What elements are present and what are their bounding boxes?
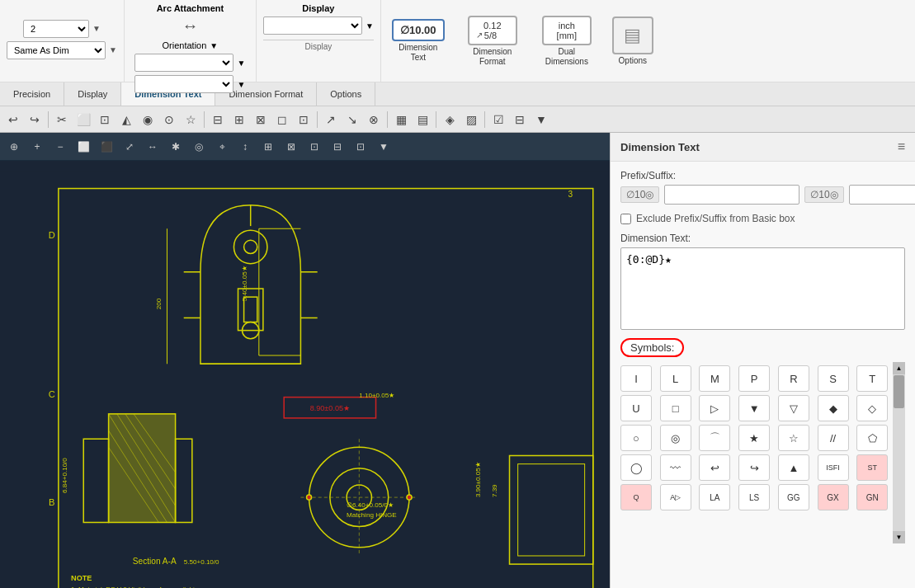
scroll-down-btn[interactable]: ▼ <box>893 531 905 543</box>
view-btn-rotate[interactable]: ↔ <box>142 136 163 158</box>
view-btn-sym4[interactable]: ↕ <box>234 136 256 158</box>
toolbar-btn10[interactable]: ⊠ <box>251 110 271 129</box>
options-btn[interactable]: ▤ Options <box>604 0 662 82</box>
toolbar-btn6[interactable]: ⊙ <box>159 110 179 129</box>
exclude-checkbox[interactable] <box>620 214 631 224</box>
sym-A-tri[interactable]: A▷ <box>660 484 691 510</box>
view-btn-sym3[interactable]: ⌖ <box>211 136 233 158</box>
sym-ST[interactable]: ST <box>856 454 888 481</box>
sym-curve-right[interactable]: ↪ <box>738 454 770 481</box>
sym-square[interactable]: □ <box>660 395 691 421</box>
toolbar-btn4[interactable]: ◭ <box>116 110 136 129</box>
toolbar-btn11[interactable]: ◻ <box>272 110 292 129</box>
sym-triangle-down-open[interactable]: ▽ <box>778 395 809 421</box>
sym-GX[interactable]: GX <box>818 484 849 510</box>
sym-triangle-right[interactable]: ▷ <box>699 395 730 421</box>
sym-L[interactable]: L <box>660 365 691 392</box>
scroll-up-btn[interactable]: ▲ <box>893 362 905 374</box>
sym-ISFI[interactable]: ISFI <box>818 454 849 481</box>
arc-dropdown2[interactable] <box>134 75 233 93</box>
sym-R[interactable]: R <box>778 365 809 392</box>
view-btn-zoom-out[interactable]: − <box>50 136 71 158</box>
panel-scrollbar[interactable]: ▲ ▼ <box>893 362 905 543</box>
tab-precision[interactable]: Precision <box>0 82 64 106</box>
sym-pentagon[interactable]: ⬠ <box>856 425 888 451</box>
toolbar-btn15[interactable]: ⊗ <box>364 110 384 129</box>
display-dropdown[interactable] <box>263 16 362 35</box>
view-btn-box[interactable]: ⬜ <box>73 136 94 158</box>
sym-diamond-open[interactable]: ◇ <box>856 395 888 421</box>
toolbar-btn17[interactable]: ▤ <box>413 110 432 129</box>
sym-diamond-filled[interactable]: ◆ <box>818 395 849 421</box>
toolbar-btn18[interactable]: ◈ <box>440 110 460 129</box>
sym-star-filled[interactable]: ★ <box>738 425 770 451</box>
toolbar-redo[interactable]: ↪ <box>25 110 45 129</box>
sym-Q[interactable]: Q <box>620 484 652 510</box>
toolbar-btn7[interactable]: ☆ <box>181 110 200 129</box>
view-btn-sym1[interactable]: ✱ <box>165 136 186 158</box>
sym-T[interactable]: T <box>856 365 888 392</box>
toolbar-btn8[interactable]: ⊟ <box>208 110 228 129</box>
toolbar-dropdown[interactable]: ▼ <box>531 110 551 129</box>
toolbar-btn3[interactable]: ⊡ <box>95 110 115 129</box>
toolbar-btn19[interactable]: ▨ <box>461 110 481 129</box>
toolbar-btn2[interactable]: ⬜ <box>73 110 93 129</box>
sym-LS[interactable]: LS <box>738 484 770 510</box>
sym-S[interactable]: S <box>818 365 849 392</box>
sym-triangle-down[interactable]: ▼ <box>738 395 770 421</box>
sym-bump[interactable]: ▲ <box>778 454 809 481</box>
sym-M[interactable]: M <box>699 365 730 392</box>
prefix-input2[interactable] <box>849 185 915 205</box>
panel-filter-icon[interactable]: ≡ <box>898 139 905 154</box>
view-btn-display[interactable]: ⬛ <box>96 136 117 158</box>
toolbar-btn20[interactable]: ☑ <box>488 110 508 129</box>
same-as-dim-dropdown[interactable]: Same As Dim <box>7 41 106 59</box>
sym-GG[interactable]: GG <box>778 484 809 510</box>
view-btn-zoom-in[interactable]: + <box>26 136 48 158</box>
view-btn-arrows[interactable]: ⤢ <box>119 136 140 158</box>
dual-dim-btn-label: DualDimensions <box>545 47 588 67</box>
view-btn-sym10[interactable]: ▼ <box>373 136 394 158</box>
sym-wave[interactable]: 〰 <box>660 454 691 481</box>
toolbar-btn9[interactable]: ⊞ <box>229 110 249 129</box>
sym-slash[interactable]: // <box>818 425 849 451</box>
dimension-text-btn[interactable]: ∅10.00 DimensionText <box>381 0 455 82</box>
scroll-thumb[interactable] <box>894 375 904 408</box>
arc-dropdown1[interactable] <box>134 54 233 72</box>
view-btn-sym9[interactable]: ⊡ <box>350 136 371 158</box>
dim-text-area[interactable] <box>620 247 905 330</box>
dual-dimensions-btn[interactable]: inch [mm] DualDimensions <box>530 0 604 82</box>
view-btn-sym5[interactable]: ⊞ <box>257 136 279 158</box>
sym-circle[interactable]: ○ <box>620 425 652 451</box>
sym-I[interactable]: I <box>620 365 652 392</box>
sym-LA[interactable]: LA <box>699 484 730 510</box>
dimension-format-btn[interactable]: 0.12 ↗ 5/8 DimensionFormat <box>455 0 530 82</box>
toolbar-cut[interactable]: ✂ <box>52 110 72 129</box>
view-btn-sym6[interactable]: ⊠ <box>281 136 302 158</box>
toolbar-btn16[interactable]: ▦ <box>391 110 411 129</box>
sym-P[interactable]: P <box>738 365 770 392</box>
sym-star-open[interactable]: ☆ <box>778 425 809 451</box>
toolbar-btn5[interactable]: ◉ <box>138 110 158 129</box>
arc-dropdown1-arrow: ▼ <box>237 59 245 68</box>
sym-circle-large[interactable]: ◯ <box>620 454 652 481</box>
sym-circle-dot[interactable]: ◎ <box>660 425 691 451</box>
view-btn-sym8[interactable]: ⊟ <box>327 136 348 158</box>
toolbar-btn12[interactable]: ⊡ <box>294 110 314 129</box>
toolbar-btn21[interactable]: ⊟ <box>510 110 530 129</box>
sym-arc[interactable]: ⌒ <box>699 425 730 451</box>
tab-options[interactable]: Options <box>317 82 375 106</box>
view-btn-sym2[interactable]: ◎ <box>188 136 210 158</box>
view-btn-zoom-fit[interactable]: ⊕ <box>3 136 25 158</box>
prefix-input1[interactable] <box>664 185 799 205</box>
toolbar-btn13[interactable]: ↗ <box>321 110 341 129</box>
svg-point-42 <box>407 495 412 500</box>
toolbar-undo[interactable]: ↩ <box>3 110 23 129</box>
sym-U[interactable]: U <box>620 395 652 421</box>
tab-display[interactable]: Display <box>64 82 121 106</box>
sym-GN[interactable]: GN <box>856 484 888 510</box>
view-btn-sym7[interactable]: ⊡ <box>304 136 325 158</box>
sym-curve-left[interactable]: ↩ <box>699 454 730 481</box>
toolbar-btn14[interactable]: ↘ <box>342 110 362 129</box>
number-dropdown[interactable]: 2 <box>23 20 89 38</box>
